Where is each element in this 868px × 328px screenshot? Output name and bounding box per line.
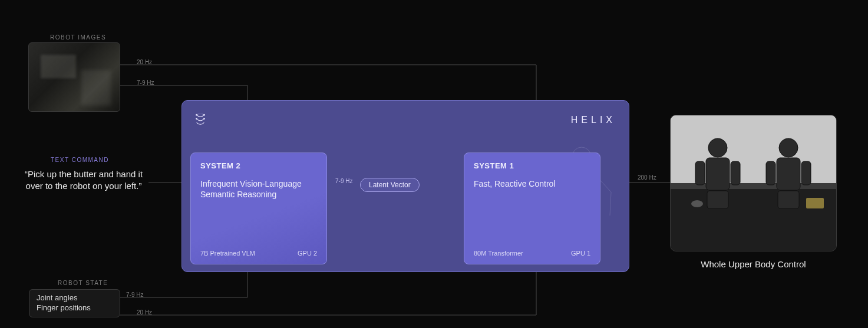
rate-images-to-s1: 20 Hz	[137, 59, 152, 65]
system1-model: 80M Transformer	[474, 250, 523, 257]
system1-gpu: GPU 1	[571, 250, 590, 257]
svg-point-0	[196, 114, 197, 115]
svg-rect-14	[707, 191, 728, 208]
svg-rect-11	[706, 158, 730, 190]
system2-model: 7B Pretrained VLM	[200, 250, 255, 257]
robot-state-label: ROBOT STATE	[58, 280, 108, 286]
svg-rect-12	[695, 161, 705, 185]
robot-state-box: Joint angles Finger positions	[29, 289, 120, 317]
robot-images-thumbnail	[28, 42, 120, 112]
svg-rect-13	[731, 161, 740, 185]
robot-state-line2: Finger positions	[37, 303, 113, 313]
svg-point-10	[708, 138, 727, 157]
system2-title: SYSTEM 2	[200, 161, 317, 170]
helix-container: HELIX SYSTEM 2 Infrequent Vision-Languag…	[181, 100, 629, 272]
svg-point-1	[204, 114, 205, 115]
system2-gpu: GPU 2	[298, 250, 317, 257]
svg-rect-16	[777, 158, 800, 190]
output-image	[670, 115, 837, 251]
svg-rect-9	[671, 183, 837, 189]
helix-logo-icon	[194, 114, 207, 130]
robot-state-line1: Joint angles	[37, 293, 113, 303]
text-command-label: TEXT COMMAND	[51, 157, 109, 163]
svg-rect-8	[671, 186, 837, 251]
svg-rect-18	[801, 161, 811, 185]
svg-point-15	[779, 138, 798, 157]
svg-point-20	[691, 200, 703, 207]
rate-state-to-s1: 20 Hz	[137, 309, 152, 316]
robot-images-label: ROBOT IMAGES	[50, 34, 106, 41]
svg-rect-19	[778, 191, 799, 208]
latent-vector-pill: Latent Vector	[360, 178, 420, 192]
rate-s2-to-s1: 7-9 Hz	[335, 178, 352, 184]
rate-helix-to-output: 200 Hz	[638, 174, 656, 181]
svg-point-2	[196, 118, 197, 120]
helix-brand: HELIX	[571, 115, 616, 125]
system1-title: SYSTEM 1	[474, 161, 590, 170]
system1-card: SYSTEM 1 Fast, Reactive Control 80M Tran…	[464, 153, 600, 264]
output-caption: Whole Upper Body Control	[670, 259, 837, 269]
svg-rect-17	[766, 161, 775, 185]
rate-state-to-s2: 7-9 Hz	[126, 291, 143, 298]
text-command: “Pick up the butter and hand it over to …	[19, 168, 148, 193]
system1-desc: Fast, Reactive Control	[474, 178, 590, 189]
system2-desc: Infrequent Vision-Language Semantic Reas…	[200, 178, 317, 200]
svg-point-3	[204, 118, 205, 120]
system2-card: SYSTEM 2 Infrequent Vision-Language Sema…	[190, 153, 327, 264]
svg-rect-21	[806, 198, 824, 208]
rate-images-to-s2: 7-9 Hz	[137, 79, 154, 86]
